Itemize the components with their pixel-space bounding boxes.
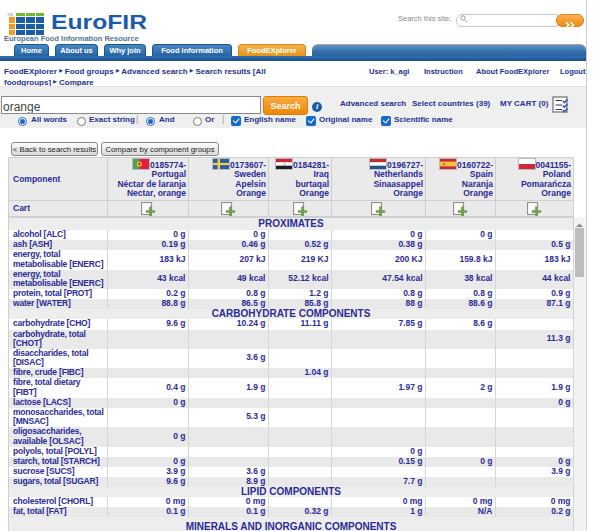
svg-text:ال: ال [283,162,286,166]
